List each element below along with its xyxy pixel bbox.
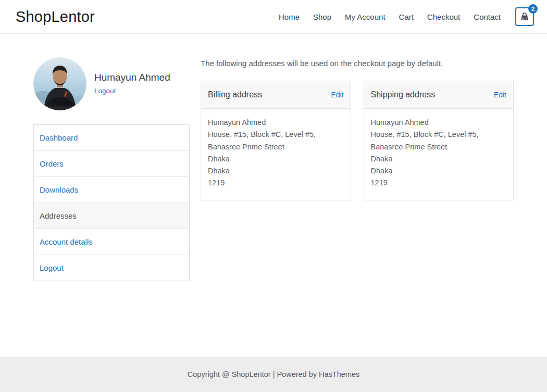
shipping-edit-link[interactable]: Edit [494, 91, 506, 99]
shipping-card-body: Humayun Ahmed House. #15, Block #C, Leve… [364, 109, 514, 200]
user-logout-link[interactable]: Logout [94, 87, 116, 95]
user-name: Humayun Ahmed [94, 72, 170, 83]
menu-item-account-details: Account details [34, 229, 189, 255]
menu-link-logout[interactable]: Logout [34, 255, 189, 281]
shipping-line-state: Dhaka [371, 165, 507, 177]
cart-button[interactable]: 2 [515, 7, 534, 26]
billing-line-city: Dhaka [208, 153, 344, 165]
cart-count-badge: 2 [528, 4, 538, 14]
nav-item-shop[interactable]: Shop [313, 12, 331, 21]
nav-item-home[interactable]: Home [279, 12, 300, 21]
shipping-card-title: Shipping address [371, 90, 436, 99]
menu-item-addresses: Addresses [34, 203, 189, 229]
site-footer: Copyright @ ShopLentor | Powered by HasT… [0, 357, 547, 392]
user-info: Humayun Ahmed Logout [86, 57, 170, 95]
shipping-address-card: Shipping address Edit Humayun Ahmed Hous… [364, 81, 514, 200]
page-content: Humayun Ahmed Logout Dashboard Orders Do… [33, 34, 514, 357]
nav-item-contact[interactable]: Contact [474, 12, 501, 21]
billing-line-postcode: 1219 [208, 177, 344, 189]
billing-line-state: Dhaka [208, 165, 344, 177]
billing-line-street: House. #15, Block #C, Level #5, Banasree… [208, 129, 344, 153]
account-sidebar: Humayun Ahmed Logout Dashboard Orders Do… [33, 57, 190, 357]
menu-link-dashboard[interactable]: Dashboard [34, 125, 189, 150]
billing-card-title: Billing address [208, 90, 262, 99]
menu-link-account-details[interactable]: Account details [34, 229, 189, 255]
shipping-line-city: Dhaka [371, 153, 507, 165]
shipping-card-header: Shipping address Edit [364, 81, 514, 109]
avatar [33, 57, 86, 110]
site-logo[interactable]: ShopLentor [16, 8, 95, 26]
billing-edit-link[interactable]: Edit [331, 91, 343, 99]
nav-item-checkout[interactable]: Checkout [427, 12, 460, 21]
menu-item-downloads: Downloads [34, 176, 189, 203]
user-block: Humayun Ahmed Logout [33, 57, 190, 110]
menu-link-downloads[interactable]: Downloads [34, 177, 189, 203]
billing-address-card: Billing address Edit Humayun Ahmed House… [201, 81, 351, 200]
shopping-bag-icon [519, 11, 530, 22]
shipping-line-postcode: 1219 [371, 177, 507, 189]
menu-link-orders[interactable]: Orders [34, 151, 189, 176]
footer-copyright: Copyright @ ShopLentor | Powered by HasT… [188, 370, 359, 378]
addresses-intro: The following addresses will be used on … [201, 59, 514, 68]
menu-item-logout: Logout [34, 255, 189, 281]
account-menu: Dashboard Orders Downloads Addresses Acc… [33, 124, 190, 281]
menu-item-orders: Orders [34, 150, 189, 176]
main-nav: Home Shop My Account Cart Checkout Conta… [279, 12, 501, 21]
menu-link-addresses[interactable]: Addresses [34, 203, 189, 229]
billing-card-body: Humayun Ahmed House. #15, Block #C, Leve… [201, 109, 351, 200]
addresses-main: The following addresses will be used on … [201, 57, 514, 357]
shipping-line-name: Humayun Ahmed [371, 117, 507, 129]
billing-card-header: Billing address Edit [201, 81, 351, 109]
shipping-line-street: House. #15, Block #C, Level #5, Banasree… [371, 129, 507, 153]
address-cards-row: Billing address Edit Humayun Ahmed House… [201, 81, 514, 200]
site-header: ShopLentor Home Shop My Account Cart Che… [0, 0, 547, 34]
billing-line-name: Humayun Ahmed [208, 117, 344, 129]
nav-item-my-account[interactable]: My Account [345, 12, 386, 21]
header-right: Home Shop My Account Cart Checkout Conta… [279, 7, 534, 26]
menu-item-dashboard: Dashboard [34, 125, 189, 150]
nav-item-cart[interactable]: Cart [399, 12, 414, 21]
